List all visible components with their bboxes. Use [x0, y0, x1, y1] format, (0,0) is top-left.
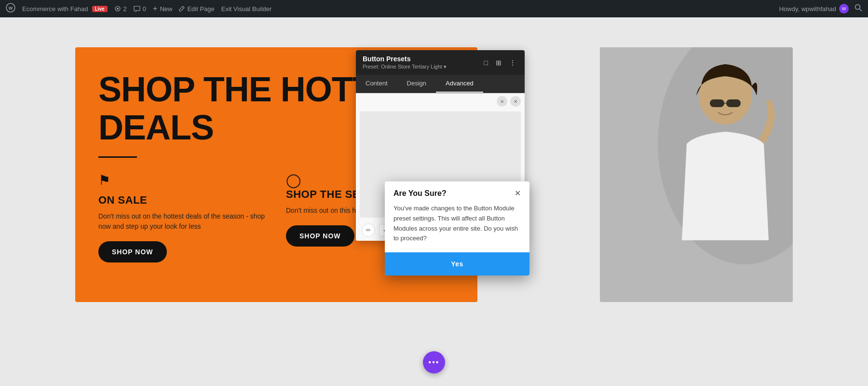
svg-rect-10: [726, 99, 741, 107]
new-item[interactable]: + New: [153, 5, 172, 13]
main-content: SHOP THE HOTTE DEALS ⚑ ON SALE Don't mis…: [0, 17, 868, 386]
modal-dialog: Are You Sure? ✕ You've made changes to t…: [385, 181, 529, 276]
svg-point-4: [855, 5, 860, 10]
wp-logo-icon[interactable]: W: [6, 3, 15, 14]
hero-card-1-desc: Don't miss out on the hottest deals of t…: [98, 211, 267, 232]
grid-button[interactable]: ⊞: [494, 58, 503, 68]
svg-line-5: [860, 9, 862, 12]
hero-divider: [98, 156, 137, 158]
svg-rect-9: [710, 99, 724, 107]
admin-bar: W Ecommerce with Fahad Live 2 0 + New Ed…: [0, 0, 868, 17]
modal-title: Are You Sure?: [393, 189, 447, 198]
fab-dots: •••: [429, 358, 440, 367]
tab-advanced[interactable]: Advanced: [436, 75, 483, 93]
modal-body: You've made changes to the Button Module…: [385, 202, 529, 252]
avatar[interactable]: W: [839, 4, 849, 14]
more-button[interactable]: ⋮: [507, 58, 518, 68]
modal-close-button[interactable]: ✕: [515, 190, 521, 197]
hero-card-1-title: ON SALE: [98, 194, 267, 207]
panel-title: Button Presets: [363, 55, 447, 63]
svg-point-3: [117, 8, 119, 10]
bottom-fab-button[interactable]: •••: [423, 351, 445, 373]
panel-tabs: Content Design Advanced: [356, 75, 525, 93]
edit-pencil-button[interactable]: ✏: [362, 223, 375, 237]
panel-controls: □ ⊞ ⋮: [482, 58, 518, 68]
edit-close-row: ✕ ✕: [356, 93, 525, 110]
modal-body-text: You've made changes to the Button Module…: [393, 204, 521, 244]
exit-builder-item[interactable]: Exit Visual Builder: [221, 5, 272, 13]
bookmark-icon: ⚑: [98, 172, 267, 188]
modal-yes-button[interactable]: Yes: [385, 252, 529, 276]
svg-text:W: W: [9, 6, 13, 11]
panel-header: Button Presets Preset: Online Store Tert…: [356, 50, 525, 75]
modal-header: Are You Sure? ✕: [385, 181, 529, 202]
hero-card-sale: ⚑ ON SALE Don't miss out on the hottest …: [98, 172, 267, 262]
hero-image-placeholder: [600, 47, 793, 302]
close-x-btn-1[interactable]: ✕: [497, 96, 507, 107]
tab-content[interactable]: Content: [356, 75, 397, 93]
howdy-label: Howdy, wpwithfahad W: [779, 4, 849, 14]
live-badge: Live: [92, 6, 108, 12]
modal-footer: Yes: [385, 252, 529, 276]
site-name[interactable]: Ecommerce with Fahad Live: [22, 5, 108, 13]
views-item[interactable]: 2: [114, 5, 127, 13]
search-icon[interactable]: [854, 4, 862, 14]
shop-now-button-1[interactable]: SHOP NOW: [98, 241, 167, 262]
shop-now-button-2[interactable]: SHOP NOW: [286, 225, 354, 247]
expand-button[interactable]: □: [482, 58, 490, 68]
edit-page-item[interactable]: Edit Page: [179, 5, 214, 13]
comments-item[interactable]: 0: [134, 5, 146, 13]
tab-design[interactable]: Design: [397, 75, 436, 93]
panel-subtitle[interactable]: Preset: Online Store Tertiary Light ▾: [363, 64, 447, 70]
close-x-btn-2[interactable]: ✕: [510, 96, 521, 107]
hero-image: [600, 47, 793, 302]
